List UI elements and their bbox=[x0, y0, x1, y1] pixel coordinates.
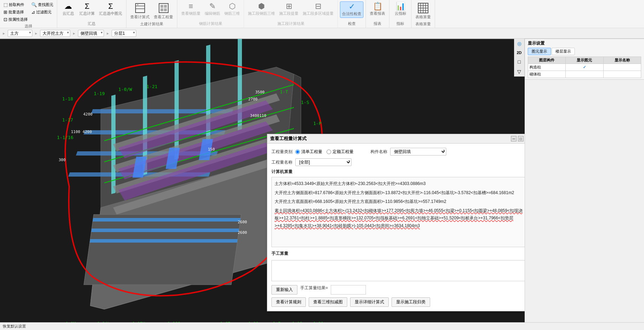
svg-rect-5 bbox=[160, 5, 163, 8]
list-radio-label: 清单工程量 bbox=[301, 149, 322, 155]
batch-select-btn[interactable]: ⊞ 批量选择 bbox=[2, 9, 29, 15]
view-rules-btn[interactable]: 查看计算规则 bbox=[271, 297, 306, 307]
quantity-name-label: 工程量名称 bbox=[271, 159, 293, 165]
layer-select[interactable]: 分层1 bbox=[112, 30, 136, 37]
pick-label: 拾取构件 bbox=[9, 2, 24, 7]
subtype-select[interactable]: 大开挖土方 bbox=[40, 30, 70, 37]
svg-rect-8 bbox=[164, 8, 167, 11]
svg-text:300: 300 bbox=[59, 158, 66, 162]
rebar-3d-icon: ⬡ bbox=[229, 2, 236, 10]
view-report-btn[interactable]: 📋 查看报表 bbox=[368, 1, 387, 17]
quantity-label: 查看工程量 bbox=[154, 14, 173, 20]
manual-input[interactable] bbox=[271, 260, 525, 281]
quantity-type-row: 工程量类别 清单工程量 定额工程量 构件名称 bbox=[271, 148, 525, 156]
main-area: 1-18 1-17 1-1/16 1-19 1-0/W 1-21 1-T 1-S… bbox=[0, 39, 644, 330]
quantity-name-row: 工程量名称 [全部] bbox=[271, 158, 525, 166]
svg-text:1-S: 1-S bbox=[301, 100, 309, 105]
pick-btn[interactable]: ⬚ 拾取构件 bbox=[2, 1, 29, 8]
attr-select-btn[interactable]: ⊡ 按属性选择 bbox=[2, 16, 29, 23]
svg-text:4200: 4200 bbox=[83, 112, 93, 117]
view-3d-btn[interactable]: 查看三维扣减图 bbox=[309, 297, 347, 307]
table-group-label: 表格算量 bbox=[415, 21, 431, 27]
component-cell-1: 构造柱 bbox=[528, 64, 566, 71]
stage-rebar-icon: ⬢ bbox=[258, 2, 265, 10]
table-icon bbox=[418, 2, 429, 14]
svg-text:1-P: 1-P bbox=[313, 121, 322, 126]
quota-quantity-radio[interactable]: 定额工程量 bbox=[327, 149, 354, 155]
svg-text:≡: ≡ bbox=[137, 4, 138, 6]
find-elem-btn[interactable]: 🔍 查找图元 bbox=[30, 1, 55, 8]
show-detail-btn[interactable]: 显示详细计算式 bbox=[350, 297, 389, 307]
quota-radio-label: 定额工程量 bbox=[333, 149, 354, 155]
side-icon-eye[interactable]: ◎ bbox=[514, 39, 524, 48]
manual-result-input[interactable] bbox=[331, 285, 366, 295]
view-quantity-btn[interactable]: 查看工程量 bbox=[152, 1, 175, 21]
fill-select[interactable]: 侧壁回填 bbox=[78, 30, 104, 37]
svg-text:1-19: 1-19 bbox=[94, 91, 105, 96]
table-row: 构造柱 ✓ bbox=[528, 64, 641, 71]
list-quantity-radio[interactable]: 清单工程量 bbox=[295, 149, 322, 155]
dropdown-separator2: ▸ bbox=[35, 31, 37, 36]
show-elem-cell-2 bbox=[566, 71, 603, 78]
civil-group-label: 土建计算结果 bbox=[140, 21, 163, 27]
display-settings-title: 显示设置 bbox=[528, 40, 641, 46]
svg-rect-45 bbox=[90, 239, 237, 243]
report-icon: 📋 bbox=[373, 2, 382, 10]
svg-text:1-21: 1-21 bbox=[146, 84, 157, 89]
show-elem-cell-1[interactable]: ✓ bbox=[566, 64, 603, 71]
toolbar-group-select: ⬚ 拾取构件 ⊞ 批量选择 ⊡ 按属性选择 🔍 查找图元 bbox=[0, 0, 57, 28]
stage-multi-icon: ⊟ bbox=[315, 2, 321, 10]
filter-icon: ⊿ bbox=[31, 9, 35, 15]
total-calc-btn[interactable]: Σ 汇总计算 bbox=[78, 1, 97, 17]
minimize-btn[interactable]: ─ bbox=[511, 136, 517, 141]
fill-select-wrapper: 侧壁回填 bbox=[78, 30, 104, 37]
quantity-name-select[interactable]: [全部] bbox=[295, 158, 351, 166]
batch-icon: ⊞ bbox=[4, 9, 7, 15]
col-show-name: 显示名称 bbox=[603, 57, 641, 64]
quota-radio-input[interactable] bbox=[327, 150, 331, 154]
validity-check-btn[interactable]: ✓ 合法性检查 bbox=[340, 1, 363, 18]
table-calc-btn[interactable]: 表格算量 bbox=[414, 1, 433, 21]
quantity-name-select-wrapper: [全部] bbox=[295, 158, 351, 166]
toolbar-group-stage: ⬢ 施工段钢筋三维 ⊞ 施工段提量 ⊟ 施工段多区域提量 施工段计算结果 bbox=[244, 0, 338, 28]
find-icon: 🔍 bbox=[31, 2, 37, 7]
filter-elem-btn[interactable]: ⊿ 过滤图元 bbox=[30, 9, 55, 15]
view-formula-btn[interactable]: ≡ 查看计算式 bbox=[129, 1, 151, 21]
component-cell-2: 砌体柱 bbox=[528, 71, 566, 78]
display-tabs: 图元显示 楼层显示 bbox=[528, 48, 641, 55]
toolbar-group-rebar: ≡ 查看钢筋量 ✎ 编辑钢筋 ⬡ 钢筋三维 钢筋计算结果 bbox=[177, 0, 244, 28]
layer-select-wrapper: 分层1 bbox=[112, 30, 136, 37]
show-stage-btn[interactable]: 显示施工段归类 bbox=[392, 297, 430, 307]
selection-calc-btn[interactable]: Σ 汇总选中图元 bbox=[97, 1, 124, 17]
side-icon-2d[interactable]: 2D bbox=[514, 48, 524, 57]
svg-text:2700: 2700 bbox=[248, 97, 258, 101]
svg-rect-7 bbox=[160, 8, 163, 11]
cloud-summary-btn[interactable]: ☁ 云汇总 bbox=[59, 1, 77, 17]
tab-layer-display[interactable]: 楼层显示 bbox=[552, 48, 575, 55]
sum-icon: Σ bbox=[85, 2, 90, 10]
toolbar-group-report: 📋 查看报表 报表 bbox=[366, 0, 389, 28]
recalculate-btn[interactable]: 重新输入 bbox=[271, 285, 297, 295]
component-name-select[interactable]: 侧壁回填 bbox=[390, 148, 446, 156]
tab-element-display[interactable]: 图元显示 bbox=[528, 48, 551, 55]
list-radio-input[interactable] bbox=[295, 150, 300, 154]
type-select[interactable]: 土方 bbox=[8, 30, 32, 37]
toolbar-group-check: ✓ 合法性检查 检查 bbox=[338, 0, 366, 28]
cloud-indicator-btn[interactable]: 📊 云指标 bbox=[392, 1, 409, 17]
indicator-icon: 📊 bbox=[396, 2, 405, 10]
stage-rebar-label: 施工段钢筋三维 bbox=[248, 11, 275, 16]
batch-label: 批量选择 bbox=[8, 9, 24, 15]
svg-rect-4 bbox=[159, 4, 168, 13]
display-table: 图层构件 显示图元 显示名称 构造柱 ✓ 砌体柱 bbox=[528, 57, 641, 78]
svg-text:1-0/W: 1-0/W bbox=[118, 87, 132, 92]
side-icon-box[interactable]: □ bbox=[514, 57, 524, 67]
side-icon-chevron[interactable]: ▽ bbox=[514, 67, 524, 77]
formula-label: 查看计算式 bbox=[130, 14, 150, 20]
type-select-wrapper: 土方 bbox=[8, 30, 32, 37]
filter-label: 过滤图元 bbox=[36, 9, 52, 15]
restore-btn[interactable]: □ bbox=[518, 136, 524, 141]
svg-text:1-17: 1-17 bbox=[62, 117, 73, 123]
total-label: 汇总计算 bbox=[79, 11, 95, 16]
toolbar-group-indicator: 📊 云指标 指标 bbox=[389, 0, 412, 28]
formula-line2: 大开挖土方侧面面积=817.6786<原始大开挖土方侧面面积>-13.8872<… bbox=[275, 189, 525, 197]
